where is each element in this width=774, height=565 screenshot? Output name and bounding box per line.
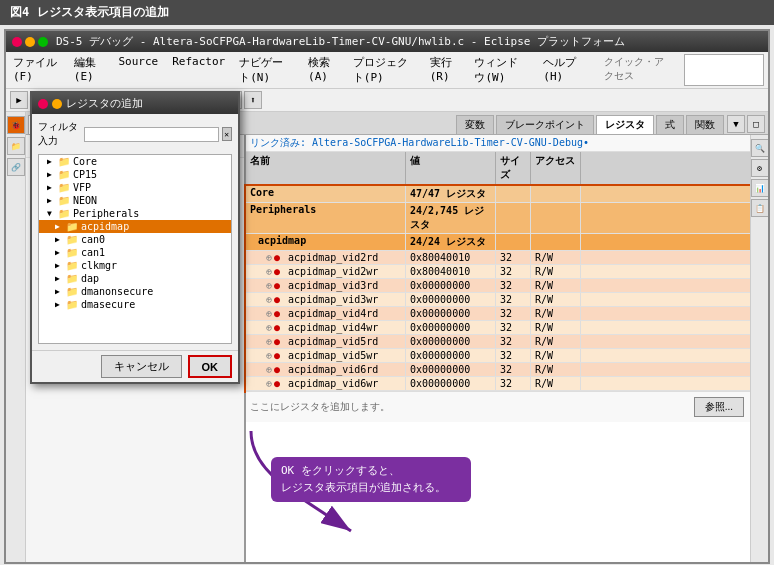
menu-file[interactable]: ファイル(F) (10, 54, 63, 86)
register-add-dialog: レジスタの追加 フィルタ入力 ✕ ▶ 📁 Core ▶ 📁 CP15 (30, 91, 240, 384)
reg-cell-core-access (531, 186, 581, 202)
reg-row-vid5wr[interactable]: ⊕● acpidmap_vid5wr 0x00000000 32 R/W (246, 349, 750, 363)
bubble-line2: レジスタ表示項目が追加される。 (281, 481, 446, 494)
sidebar-icon-1[interactable]: 🐞 (7, 116, 25, 134)
ref-button[interactable]: 参照... (694, 397, 744, 417)
tab-registers[interactable]: レジスタ (596, 115, 654, 134)
reg-row-vid3wr[interactable]: ⊕● acpidmap_vid3wr 0x00000000 32 R/W (246, 293, 750, 307)
panels-max-btn[interactable]: □ (747, 115, 765, 133)
tree-item-can0[interactable]: ▶ 📁 can0 (39, 233, 231, 246)
maximize-button[interactable] (38, 37, 48, 47)
reg-row-vid2rd[interactable]: ⊕● acpidmap_vid2rd 0x80040010 32 R/W (246, 251, 750, 265)
reg-row-vid4rd[interactable]: ⊕● acpidmap_vid4rd 0x00000000 32 R/W (246, 307, 750, 321)
dialog-close-dot[interactable] (38, 99, 48, 109)
reg-row-core[interactable]: Core 47/47 レジスタ (246, 186, 750, 203)
filter-input[interactable] (84, 127, 219, 142)
right-sidebar: 🔍 ⚙ 📊 📋 (750, 135, 768, 564)
left-sidebar: 🐞 📁 🔗 (6, 112, 26, 564)
tree-item-cp15[interactable]: ▶ 📁 CP15 (39, 168, 231, 181)
tree-item-core[interactable]: ▶ 📁 Core (39, 155, 231, 168)
add-register-row: ここにレジスタを追加します。 参照... (246, 391, 750, 422)
reg-row-acpidmap[interactable]: acpidmap 24/24 レジスタ (246, 234, 750, 251)
tree-item-dap[interactable]: ▶ 📁 dap (39, 272, 231, 285)
add-register-text: ここにレジスタを追加します。 (250, 400, 692, 414)
reg-row-vid2wr[interactable]: ⊕● acpidmap_vid2wr 0x80040010 32 R/W (246, 265, 750, 279)
tree-item-cp15-label: CP15 (73, 169, 97, 180)
reg-cell-peripherals-name: Peripherals (246, 203, 406, 233)
menu-refactor[interactable]: Refactor (169, 54, 228, 86)
menu-window[interactable]: ウィンドウ(W) (471, 54, 532, 86)
menu-search[interactable]: 検索(A) (305, 54, 342, 86)
figure-title: レジスタ表示項目の追加 (37, 4, 169, 21)
tree-item-can1[interactable]: ▶ 📁 can1 (39, 246, 231, 259)
reg-cell-vid2rd-value: 0x80040010 (406, 251, 496, 264)
filter-clear-button[interactable]: ✕ (222, 127, 233, 141)
menu-edit[interactable]: 編集(E) (71, 54, 108, 86)
reg-cell-vid2rd-name: ⊕● acpidmap_vid2rd (246, 251, 406, 264)
tree-item-clkmgr[interactable]: ▶ 📁 clkmgr (39, 259, 231, 272)
reg-row-vid3rd[interactable]: ⊕● acpidmap_vid3rd 0x00000000 32 R/W (246, 279, 750, 293)
panels-menu-btn[interactable]: ▼ (727, 115, 745, 133)
minimize-button[interactable] (25, 37, 35, 47)
tree-item-vfp-label: VFP (73, 182, 91, 193)
menu-source[interactable]: Source (116, 54, 162, 86)
link-bar-text: リンク済み: Altera-SoCFPGA-HardwareLib-Timer-… (250, 137, 589, 148)
menubar: ファイル(F) 編集(E) Source Refactor ナビゲート(N) 検… (6, 52, 768, 89)
sidebar-icon-3[interactable]: 🔗 (7, 158, 25, 176)
menu-run[interactable]: 実行(R) (427, 54, 464, 86)
quick-access-input[interactable] (684, 54, 764, 86)
right-icon-3[interactable]: 📊 (751, 179, 769, 197)
reg-row-dynrd[interactable]: ⊕● acpidmap_vid6wr 0x00000000 32 R/W (246, 377, 750, 391)
tab-functions[interactable]: 関数 (686, 115, 724, 134)
right-icon-1[interactable]: 🔍 (751, 139, 769, 157)
reg-row-vid4wr[interactable]: ⊕● acpidmap_vid4wr 0x00000000 32 R/W (246, 321, 750, 335)
tree-item-neon-label: NEON (73, 195, 97, 206)
tree-item-neon[interactable]: ▶ 📁 NEON (39, 194, 231, 207)
quick-access-label: クイック・アクセス (601, 54, 673, 86)
reg-cell-acpidmap-name: acpidmap (246, 234, 406, 250)
reg-row-vid6rd[interactable]: ⊕● acpidmap_vid6rd 0x00000000 32 R/W (246, 363, 750, 377)
tree-item-peripherals[interactable]: ▼ 📁 Peripherals (39, 207, 231, 220)
dialog-tree: ▶ 📁 Core ▶ 📁 CP15 ▶ 📁 VFP ▶ 📁 NE (38, 154, 232, 344)
toolbar-step-return[interactable]: ⬆ (244, 91, 262, 109)
dialog-body: フィルタ入力 ✕ ▶ 📁 Core ▶ 📁 CP15 ▶ 📁 (32, 114, 238, 350)
figure-number: 図4 (10, 4, 29, 21)
toolbar-btn-1[interactable]: ▶ (10, 91, 28, 109)
tree-item-clkmgr-label: clkmgr (81, 260, 117, 271)
close-button[interactable] (12, 37, 22, 47)
cancel-button[interactable]: キャンセル (101, 355, 182, 378)
header-name: 名前 (246, 152, 406, 184)
window-title: DS-5 デバッグ - Altera-SoCFPGA-HardwareLib-T… (56, 34, 625, 49)
tree-item-can1-label: can1 (81, 247, 105, 258)
register-table-body: Core 47/47 レジスタ Peripherals 24/2,745 レジス… (246, 186, 750, 391)
header-value: 値 (406, 152, 496, 184)
dialog-title-text: レジスタの追加 (66, 96, 143, 111)
reg-cell-peripherals-value: 24/2,745 レジスタ (406, 203, 496, 233)
menu-navigate[interactable]: ナビゲート(N) (236, 54, 297, 86)
annotation-bubble: OK をクリックすると、 レジスタ表示項目が追加される。 (271, 457, 471, 502)
tree-item-dmasecure[interactable]: ▶ 📁 dmasecure (39, 298, 231, 311)
dialog-min-dot[interactable] (52, 99, 62, 109)
reg-cell-vid2rd-access: R/W (531, 251, 581, 264)
tab-breakpoints[interactable]: ブレークポイント (496, 115, 594, 134)
sidebar-icon-2[interactable]: 📁 (7, 137, 25, 155)
bubble-line1: OK をクリックすると、 (281, 464, 400, 477)
link-bar: リンク済み: Altera-SoCFPGA-HardwareLib-Timer-… (246, 135, 750, 152)
menu-project[interactable]: プロジェクト(P) (350, 54, 419, 86)
reg-row-peripherals[interactable]: Peripherals 24/2,745 レジスタ (246, 203, 750, 234)
tree-item-vfp[interactable]: ▶ 📁 VFP (39, 181, 231, 194)
tree-item-dmanonsecure[interactable]: ▶ 📁 dmanonsecure (39, 285, 231, 298)
right-icon-2[interactable]: ⚙ (751, 159, 769, 177)
tab-variables[interactable]: 変数 (456, 115, 494, 134)
tree-item-acpidmap[interactable]: ▶ 📁 acpidmap (39, 220, 231, 233)
right-icon-4[interactable]: 📋 (751, 199, 769, 217)
window-controls (12, 37, 48, 47)
tree-item-can0-label: can0 (81, 234, 105, 245)
ok-button[interactable]: OK (188, 355, 233, 378)
reg-row-vid5rd[interactable]: ⊕● acpidmap_vid5rd 0x00000000 32 R/W (246, 335, 750, 349)
tab-expressions[interactable]: 式 (656, 115, 684, 134)
tree-item-core-label: Core (73, 156, 97, 167)
tree-item-peripherals-label: Peripherals (73, 208, 139, 219)
menu-help[interactable]: ヘルプ(H) (540, 54, 585, 86)
header-access: アクセス (531, 152, 581, 184)
